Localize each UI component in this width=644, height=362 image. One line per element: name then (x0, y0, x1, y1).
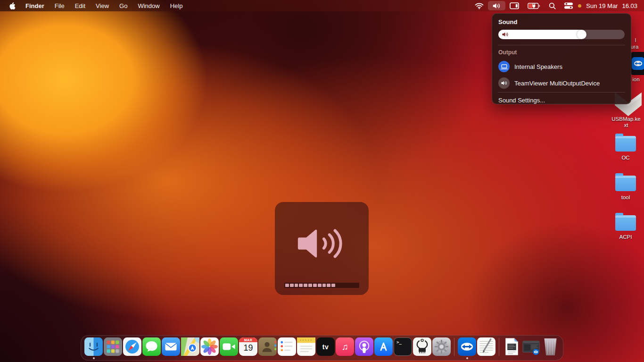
calendar-day-label: 19 (243, 342, 253, 354)
speaker-icon (492, 2, 501, 9)
dock-maps-icon[interactable] (181, 337, 199, 356)
wifi-menu-item[interactable] (471, 0, 488, 11)
menu-clock[interactable]: Sun 19 Mar 16.03 (584, 2, 638, 9)
laptop-icon (498, 61, 510, 72)
teamviewer-logo-icon (632, 57, 644, 70)
menu-window[interactable]: Window (132, 0, 165, 11)
spotlight-menu-item[interactable] (545, 0, 560, 11)
battery-charging-icon (528, 2, 540, 9)
dock-settings-icon[interactable] (432, 337, 451, 356)
folder-icon-tool[interactable] (615, 176, 636, 191)
usbmap-label-line2[interactable]: xt (609, 122, 643, 128)
dock-teamviewer-icon[interactable] (458, 337, 476, 356)
teamviewer-desktop-icon[interactable] (630, 52, 644, 75)
dock-textedit-icon[interactable] (477, 337, 495, 356)
gear-icon (434, 339, 449, 354)
volume-slider-fill (498, 30, 582, 39)
menu-file[interactable]: File (50, 0, 70, 11)
sound-settings-button[interactable]: Sound Settings... (498, 93, 625, 104)
volume-hud (275, 202, 369, 295)
hud-speaker-icon (294, 220, 350, 269)
hud-volume-segment (350, 284, 354, 287)
wifi-icon (475, 2, 484, 9)
output-device-teamviewer[interactable]: TeamViewer MultiOutputDevice (498, 76, 625, 91)
hud-volume-segment (295, 284, 298, 287)
folder-icon-oc[interactable] (615, 136, 636, 152)
display-menu-item[interactable] (505, 0, 523, 11)
menu-view[interactable]: View (91, 0, 114, 11)
menu-time: 16.03 (622, 2, 637, 9)
dock-photos-icon[interactable] (200, 337, 219, 356)
sound-panel: Sound Output Internal Speakers (492, 13, 631, 104)
dock-finder-icon[interactable] (84, 337, 103, 356)
hud-volume-segment (304, 284, 307, 287)
sound-menu-item[interactable] (488, 1, 505, 10)
hud-volume-segment (308, 284, 312, 287)
control-center-menu-item[interactable] (560, 0, 577, 11)
dock-terminal-icon[interactable]: >_ (394, 337, 412, 356)
dock: MAR 19 tv ♫ >_ (81, 335, 563, 361)
volume-slider-knob[interactable] (577, 30, 586, 39)
music-note-glyph: ♫ (341, 342, 348, 352)
dock-messages-icon[interactable] (142, 337, 161, 356)
dock-notes-icon[interactable] (297, 337, 315, 356)
volume-slider[interactable] (498, 30, 625, 39)
apple-logo-icon (8, 2, 16, 10)
dock-facetime-icon[interactable] (220, 337, 238, 356)
recording-indicator-dot (578, 4, 581, 8)
dock-appstore-icon[interactable] (374, 337, 393, 356)
hud-volume-segment (290, 284, 294, 287)
dock-contacts-icon[interactable] (258, 337, 277, 356)
usbmap-label-line1[interactable]: USBMap.ke (609, 116, 643, 122)
dock-launchpad-icon[interactable] (104, 337, 122, 356)
menu-edit[interactable]: Edit (70, 0, 91, 11)
dock-separator (454, 338, 454, 356)
speaker-icon (498, 77, 510, 89)
folder-label-acpi[interactable]: ACPI (611, 234, 640, 240)
hud-volume-segment (327, 284, 330, 287)
menu-help[interactable]: Help (165, 0, 188, 11)
dock-mail-icon[interactable] (162, 337, 180, 356)
battery-menu-item[interactable] (523, 0, 545, 11)
folder-icon-acpi[interactable] (615, 215, 636, 231)
folder-label-oc[interactable]: OC (611, 155, 640, 160)
hud-volume-segment (346, 284, 349, 287)
hud-volume-bar (284, 283, 359, 288)
hud-volume-segment (285, 284, 289, 287)
terminal-prompt-glyph: >_ (396, 340, 402, 345)
output-device-label: TeamViewer MultiOutputDevice (514, 80, 600, 87)
dock-music-icon[interactable]: ♫ (336, 337, 354, 356)
dock-calendar-icon[interactable]: MAR 19 (239, 337, 257, 356)
hud-volume-segment (322, 284, 326, 287)
hud-volume-segment (313, 284, 317, 287)
dock-trash-icon[interactable] (541, 337, 560, 356)
display-mirroring-icon (510, 2, 519, 9)
calendar-month-label: MAR (239, 337, 257, 342)
tv-label: tv (322, 343, 329, 351)
panel-divider (498, 45, 625, 45)
output-section-header: Output (498, 49, 625, 56)
hud-volume-segment (331, 284, 335, 287)
control-center-icon (564, 2, 573, 9)
dock-separator (499, 338, 499, 356)
hud-volume-segment (355, 284, 358, 287)
dock-reminders-icon[interactable] (278, 337, 296, 356)
menu-date: Sun 19 Mar (586, 2, 618, 9)
dock-podcasts-icon[interactable] (355, 337, 373, 356)
menu-finder[interactable]: Finder (20, 0, 50, 11)
running-indicator (466, 357, 468, 359)
menu-go[interactable]: Go (114, 0, 132, 11)
hud-volume-segment (318, 284, 322, 287)
dock-safari-icon[interactable] (123, 337, 141, 356)
hidden-desktop-icon-label-line1[interactable]: l (630, 37, 641, 43)
hud-volume-segment (299, 284, 303, 287)
folder-label-tool[interactable]: tool (611, 194, 640, 200)
dock-document-icon[interactable] (503, 337, 521, 356)
output-device-internal-speakers[interactable]: Internal Speakers (498, 59, 625, 74)
dock-tv-icon[interactable]: tv (316, 337, 335, 356)
apple-menu[interactable] (7, 0, 20, 11)
running-indicator (93, 357, 95, 359)
dock-hackintool-icon[interactable] (413, 337, 431, 356)
dock-minimized-teamviewer-window[interactable] (522, 337, 540, 356)
search-icon (549, 2, 556, 9)
